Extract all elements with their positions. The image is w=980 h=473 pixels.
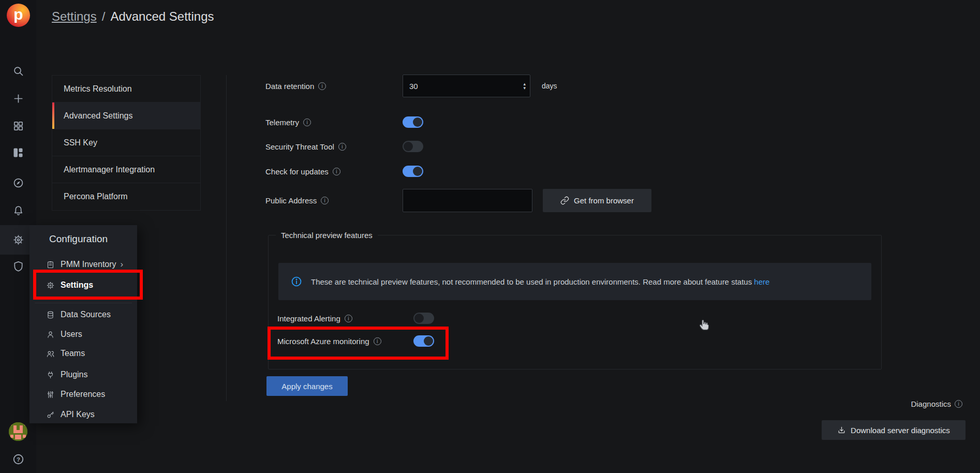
user-icon bbox=[46, 330, 55, 339]
preview-alert-text: These are technical preview features, no… bbox=[311, 277, 769, 286]
azure-monitoring-label: Microsoft Azure monitoring i bbox=[277, 330, 381, 352]
info-icon[interactable]: i bbox=[303, 119, 311, 126]
plug-icon bbox=[46, 371, 55, 379]
tab-alertmanager-integration[interactable]: Alertmanager Integration bbox=[52, 156, 200, 183]
toggle-knob bbox=[414, 314, 424, 323]
data-retention-input[interactable] bbox=[403, 75, 530, 97]
integrated-alerting-toggle[interactable] bbox=[413, 313, 434, 324]
info-circle-icon bbox=[291, 276, 302, 287]
public-address-label: Public Address i bbox=[265, 189, 329, 212]
menu-item-settings[interactable]: Settings bbox=[29, 277, 137, 293]
get-from-browser-button[interactable]: Get from browser bbox=[543, 189, 651, 212]
integrated-alerting-label: Integrated Alerting i bbox=[277, 307, 352, 330]
info-icon[interactable]: i bbox=[338, 143, 346, 151]
download-server-diagnostics-button[interactable]: Download server diagnostics bbox=[822, 420, 966, 440]
content-divider bbox=[226, 75, 227, 401]
check-for-updates-label: Check for updates i bbox=[265, 160, 340, 183]
question-glyph: ? bbox=[17, 456, 20, 462]
telemetry-toggle[interactable] bbox=[403, 116, 423, 128]
technical-preview-legend: Technical preview features bbox=[276, 231, 378, 240]
dashboards-icon[interactable] bbox=[0, 142, 36, 163]
toggle-knob bbox=[413, 167, 422, 176]
diagnostics-label: Diagnostics i bbox=[911, 398, 962, 409]
flyout-title: Configuration bbox=[49, 233, 108, 245]
sliders-icon bbox=[46, 390, 55, 399]
info-icon[interactable]: i bbox=[345, 315, 352, 322]
azure-monitoring-toggle[interactable] bbox=[413, 335, 434, 347]
breadcrumb: Settings / Advanced Settings bbox=[52, 9, 214, 24]
security-threat-tool-label: Security Threat Tool i bbox=[265, 135, 346, 158]
info-icon[interactable]: i bbox=[333, 168, 340, 175]
apply-changes-button[interactable]: Apply changes bbox=[266, 376, 348, 396]
download-icon bbox=[837, 426, 846, 435]
data-retention-field: ▴ ▾ bbox=[403, 75, 530, 97]
toggle-knob bbox=[404, 142, 413, 151]
public-address-input[interactable] bbox=[403, 189, 532, 212]
toggle-knob bbox=[413, 117, 422, 127]
info-icon[interactable]: i bbox=[374, 337, 381, 345]
tab-ssh-key[interactable]: SSH Key bbox=[52, 129, 200, 156]
info-icon[interactable]: i bbox=[318, 82, 326, 90]
percona-logo[interactable]: p bbox=[7, 4, 30, 27]
tab-metrics-resolution[interactable]: Metrics Resolution bbox=[52, 76, 200, 102]
page-title: Advanced Settings bbox=[110, 9, 214, 24]
explore-compass-icon[interactable] bbox=[0, 172, 36, 193]
breadcrumb-settings-link[interactable]: Settings bbox=[52, 9, 97, 24]
menu-divider bbox=[35, 303, 132, 303]
data-retention-label: Data retention i bbox=[265, 75, 326, 97]
info-icon[interactable]: i bbox=[955, 400, 962, 408]
telemetry-label: Telemetry i bbox=[265, 111, 311, 134]
security-threat-tool-toggle[interactable] bbox=[403, 141, 423, 152]
configuration-flyout-menu: Configuration PMM Inventory › Settings D… bbox=[29, 225, 137, 423]
users-icon bbox=[46, 349, 55, 358]
number-stepper[interactable]: ▴ ▾ bbox=[523, 82, 526, 90]
menu-item-users[interactable]: Users bbox=[29, 326, 137, 343]
plus-icon[interactable] bbox=[0, 88, 36, 109]
database-icon bbox=[46, 311, 55, 319]
chevron-right-icon: › bbox=[121, 259, 124, 270]
menu-item-pmm-inventory[interactable]: PMM Inventory › bbox=[29, 256, 137, 273]
menu-item-preferences[interactable]: Preferences bbox=[29, 386, 137, 403]
data-retention-unit: days bbox=[542, 75, 557, 97]
settings-tabs: Metrics Resolution Advanced Settings SSH… bbox=[52, 75, 201, 211]
info-icon[interactable]: i bbox=[321, 197, 329, 204]
alerting-bell-icon[interactable] bbox=[0, 200, 36, 221]
menu-item-plugins[interactable]: Plugins bbox=[29, 366, 137, 383]
tab-percona-platform[interactable]: Percona Platform bbox=[52, 183, 200, 210]
help-question-icon[interactable]: ? bbox=[0, 449, 36, 469]
search-icon[interactable] bbox=[0, 61, 36, 81]
menu-item-teams[interactable]: Teams bbox=[29, 345, 137, 362]
inventory-clipboard-icon bbox=[46, 260, 55, 269]
breadcrumb-separator: / bbox=[102, 9, 106, 24]
check-for-updates-toggle[interactable] bbox=[403, 166, 423, 177]
user-avatar[interactable] bbox=[9, 422, 27, 441]
menu-item-data-sources[interactable]: Data Sources bbox=[29, 306, 137, 323]
toggle-knob bbox=[424, 336, 433, 346]
gear-icon bbox=[46, 281, 55, 290]
percona-logo-letter: p bbox=[13, 6, 23, 23]
preview-info-alert: These are technical preview features, no… bbox=[278, 263, 871, 300]
menu-item-api-keys[interactable]: API Keys bbox=[29, 406, 137, 423]
stepper-down-icon[interactable]: ▾ bbox=[523, 86, 526, 90]
link-icon bbox=[560, 196, 569, 205]
feature-status-link[interactable]: here bbox=[754, 277, 769, 286]
key-icon bbox=[46, 410, 55, 419]
tab-advanced-settings[interactable]: Advanced Settings bbox=[52, 102, 200, 129]
apps-grid-icon[interactable] bbox=[0, 115, 36, 136]
